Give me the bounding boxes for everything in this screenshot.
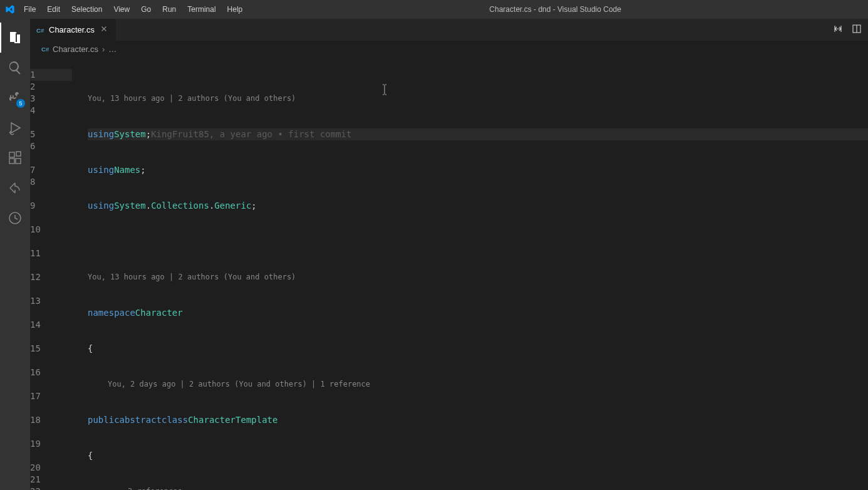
menu-run[interactable]: Run xyxy=(157,3,181,16)
chevron-right-icon: › xyxy=(102,44,105,54)
code-line-3: using System.Collections.Generic; xyxy=(88,200,868,212)
explorer-icon[interactable] xyxy=(0,23,30,53)
code-line-5: namespace Character xyxy=(88,307,868,319)
split-editor-icon[interactable] xyxy=(852,24,862,36)
codelens-authors[interactable]: You, 13 hours ago | 2 authors (You and o… xyxy=(88,93,868,105)
tab-label: Character.cs xyxy=(49,25,95,34)
text-cursor-icon xyxy=(329,72,329,85)
timeline-icon[interactable] xyxy=(0,203,30,233)
code-line-7: public abstract class CharacterTemplate xyxy=(88,414,868,426)
source-control-icon[interactable]: 5 xyxy=(0,83,30,113)
menu-edit[interactable]: Edit xyxy=(42,3,65,16)
breadcrumbs[interactable]: C# Character.cs › … xyxy=(30,41,868,57)
menu-terminal[interactable]: Terminal xyxy=(182,3,220,16)
scm-badge: 5 xyxy=(16,99,25,108)
compare-changes-icon[interactable] xyxy=(833,24,843,36)
search-icon[interactable] xyxy=(0,53,30,83)
csharp-file-icon: C# xyxy=(36,26,45,34)
menu-selection[interactable]: Selection xyxy=(66,3,107,16)
codelens-refs[interactable]: 3 references xyxy=(88,486,868,490)
menu-view[interactable]: View xyxy=(108,3,135,16)
editor-body[interactable]: 1 2 3 4 5 6 7 8 9 10 11 12 13 xyxy=(30,57,868,490)
vscode-logo-icon xyxy=(5,4,15,14)
run-debug-icon[interactable] xyxy=(0,113,30,143)
breadcrumb-more[interactable]: … xyxy=(108,44,116,54)
titlebar: File Edit Selection View Go Run Terminal… xyxy=(0,0,868,19)
code-line-2: using Names; xyxy=(88,164,868,176)
close-icon[interactable] xyxy=(98,23,110,36)
line-number-gutter: 1 2 3 4 5 6 7 8 9 10 11 12 13 xyxy=(30,57,88,490)
menu-help[interactable]: Help xyxy=(222,3,248,16)
svg-text:C#: C# xyxy=(36,26,44,33)
tabs-bar: C# Character.cs xyxy=(30,19,868,41)
menu-file[interactable]: File xyxy=(19,3,41,16)
breadcrumb-file[interactable]: C# Character.cs xyxy=(41,44,98,54)
menu-go[interactable]: Go xyxy=(136,3,156,16)
code-line-4 xyxy=(88,236,868,248)
codelens-authors-refs[interactable]: You, 2 days ago | 2 authors (You and oth… xyxy=(88,378,868,390)
activity-bar: 5 xyxy=(0,19,30,490)
csharp-file-icon: C# xyxy=(41,44,50,53)
window-title: Character.cs - dnd - Visual Studio Code xyxy=(247,5,863,14)
codelens-authors[interactable]: You, 13 hours ago | 2 authors (You and o… xyxy=(88,271,868,283)
live-share-icon[interactable] xyxy=(0,173,30,203)
code-line-6: { xyxy=(88,343,868,355)
editor-area: C# Character.cs C# Ch xyxy=(30,19,868,490)
code-line-1: using System; KingFruit85, a year ago • … xyxy=(88,128,868,140)
code-line-8: { xyxy=(88,450,868,462)
menu-bar: File Edit Selection View Go Run Terminal… xyxy=(19,3,247,16)
code-content[interactable]: You, 13 hours ago | 2 authors (You and o… xyxy=(88,57,868,490)
svg-text:C#: C# xyxy=(41,46,49,53)
extensions-icon[interactable] xyxy=(0,143,30,173)
gitlens-inline-blame: KingFruit85, a year ago • first commit xyxy=(151,128,351,140)
breadcrumb-file-label: Character.cs xyxy=(53,44,98,54)
editor-actions xyxy=(833,19,868,41)
tab-character-cs[interactable]: C# Character.cs xyxy=(30,19,116,41)
